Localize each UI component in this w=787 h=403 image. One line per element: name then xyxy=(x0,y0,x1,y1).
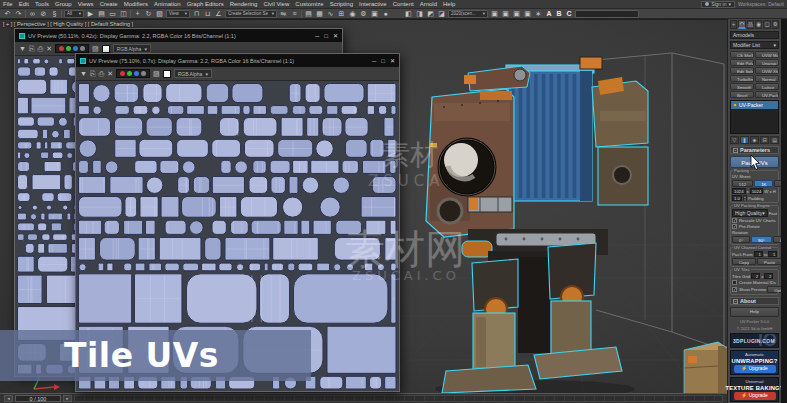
teapot-icon-4[interactable]: ▣ xyxy=(523,10,532,18)
rotation-0deg[interactable]: 0° xyxy=(732,236,750,243)
channel-dropdown[interactable]: RGB Alpha▾ xyxy=(113,44,151,53)
object-name-field[interactable]: Armodels xyxy=(730,31,779,39)
stack-item-uv-packer[interactable]: UV-Packer xyxy=(731,101,778,109)
reference-coordinate-dropdown[interactable]: View▾ xyxy=(166,10,190,18)
modify-tab[interactable]: ◠ xyxy=(738,20,745,29)
menu-help[interactable]: Help xyxy=(440,1,458,7)
copy-image-icon[interactable]: ⎘ xyxy=(29,45,35,53)
undo-icon[interactable]: ↶ xyxy=(3,10,12,18)
time-slider[interactable]: ◄ 0 / 100 ► xyxy=(0,393,727,403)
menu-rendering[interactable]: Rendering xyxy=(227,1,261,7)
curve-editor-icon[interactable]: ∿ xyxy=(326,10,335,18)
menu-animation[interactable]: Animation xyxy=(151,1,184,7)
robot-model[interactable] xyxy=(410,51,660,393)
rotation-90deg[interactable]: 90° xyxy=(751,236,772,243)
mono-channel-icon[interactable] xyxy=(141,71,146,76)
show-end-result-icon[interactable]: ∥ xyxy=(740,136,749,144)
tiles-x-field[interactable]: 2 xyxy=(751,273,760,279)
menu-edit[interactable]: Edit xyxy=(16,1,32,7)
background-color-swatch[interactable] xyxy=(102,45,110,53)
menu-customize[interactable]: Customize xyxy=(292,1,326,7)
sheet-preset-1k[interactable]: 1K xyxy=(754,180,773,187)
sign-in-button[interactable]: Sign in ▾ xyxy=(701,1,735,8)
teapot-icon-3[interactable]: ▣ xyxy=(512,10,521,18)
letter-a-icon[interactable]: A xyxy=(545,10,553,17)
engine-dropdown[interactable]: High Quality▾ xyxy=(732,209,768,217)
clear-image-icon[interactable]: ✕ xyxy=(46,45,52,53)
window-titlebar[interactable]: UV Preview (50.11%, 0.42x): Display Gamm… xyxy=(15,29,342,42)
letter-c-icon[interactable]: C xyxy=(565,10,573,17)
render-setup-icon[interactable]: ⚙ xyxy=(359,10,368,18)
pack-to-field[interactable]: 1 xyxy=(768,251,777,257)
frame-indicator[interactable]: 0 / 100 xyxy=(15,395,61,402)
modifier-button-uv-packer[interactable]: UV-Packer xyxy=(755,91,779,98)
select-and-scale-icon[interactable]: ▧ xyxy=(155,10,164,18)
menu-modifiers[interactable]: Modifiers xyxy=(121,1,151,7)
track-bar[interactable] xyxy=(74,395,723,402)
green-channel-icon[interactable] xyxy=(66,46,71,51)
maximize-icon[interactable]: □ xyxy=(381,58,385,64)
modifier-button-smooth[interactable]: Smooth xyxy=(730,83,754,90)
align-icon[interactable]: ≡ xyxy=(290,10,299,18)
unwrapping-ad[interactable]: Automatic UNWRAPPING? ⚡ Upgrade xyxy=(730,350,779,375)
modifier-button-turbosmooth[interactable]: TurboSmooth xyxy=(730,75,754,82)
snaps-toggle-icon[interactable]: ⊓ xyxy=(192,10,201,18)
pre-rotate-checkbox[interactable]: ✓Pre-Rotate xyxy=(732,224,777,229)
select-by-name-icon[interactable]: ▤ xyxy=(97,10,106,18)
modifier-button-bevel[interactable]: Bevel xyxy=(730,91,754,98)
zoom-view-icon[interactable]: ◨ xyxy=(415,10,424,18)
viewport-label[interactable]: [ + ] [ Perspective ] [ High Quality ] [… xyxy=(3,21,133,27)
plugin-site-banner[interactable]: IO 3DPLUGIN.COM xyxy=(730,333,779,348)
scene-explorer-icon[interactable]: ▤ xyxy=(304,10,313,18)
select-and-move-icon[interactable]: + xyxy=(133,10,142,18)
save-image-icon[interactable]: ▼ xyxy=(80,70,87,78)
sheet-height-field[interactable]: 1024 xyxy=(750,188,764,194)
rendered-frame-icon[interactable]: ▣ xyxy=(370,10,379,18)
menu-arnold[interactable]: Arnold xyxy=(417,1,440,7)
menu-group[interactable]: Group xyxy=(52,1,75,7)
alpha-channel-icon[interactable]: ▨ xyxy=(153,70,160,78)
modifier-list-dropdown[interactable]: Modifier List▾ xyxy=(730,41,779,49)
menu-civil-view[interactable]: Civil View xyxy=(260,1,292,7)
modifier-button-edit-poly[interactable]: Edit Poly xyxy=(730,59,754,66)
close-icon[interactable]: ✕ xyxy=(390,58,395,64)
menu-views[interactable]: Views xyxy=(75,1,97,7)
create-material-ids-checkbox[interactable]: Create Material IDs xyxy=(732,280,777,285)
modifier-stack[interactable]: UV-Packer xyxy=(730,100,779,134)
percent-snap-icon[interactable]: ∠ xyxy=(214,10,223,18)
modifier-enabled-icon[interactable] xyxy=(733,103,737,107)
menu-file[interactable]: File xyxy=(0,1,16,7)
bind-to-space-warp-icon[interactable]: § xyxy=(50,10,59,18)
maximize-icon[interactable]: □ xyxy=(324,33,328,39)
hierarchy-tab[interactable]: 品 xyxy=(747,20,755,29)
window-crossing-icon[interactable]: ◫ xyxy=(119,10,128,18)
minimize-icon[interactable]: ─ xyxy=(372,58,376,64)
modifier-button-cs-shell[interactable]: CS Shell xyxy=(730,51,754,58)
menu-graph-editors[interactable]: Graph Editors xyxy=(184,1,227,7)
upgrade-button-unwrapping[interactable]: ⚡ Upgrade xyxy=(734,365,776,373)
red-channel-icon[interactable] xyxy=(120,71,125,76)
texture-baking-ad[interactable]: Universal TEXTURE BAKING? ⚡ Upgrade xyxy=(730,377,779,402)
teapot-icon-1[interactable]: ▣ xyxy=(490,10,499,18)
sheet-preset-512[interactable]: 512 xyxy=(732,180,753,187)
schematic-view-icon[interactable]: ⊞ xyxy=(337,10,346,18)
paste-button[interactable]: Paste xyxy=(757,258,782,265)
mirror-icon[interactable]: ⇋ xyxy=(279,10,288,18)
select-object-icon[interactable]: ▶ xyxy=(86,10,95,18)
copy-image-icon[interactable]: ⎘ xyxy=(90,70,96,78)
render-production-icon[interactable]: ● xyxy=(381,10,390,18)
red-channel-icon[interactable] xyxy=(59,46,64,51)
parameters-rollout-header[interactable]: − Parameters xyxy=(730,146,779,154)
pin-stack-icon[interactable]: ▽ xyxy=(730,136,739,144)
display-tab[interactable]: ▢ xyxy=(763,20,770,29)
copy-button[interactable]: Copy xyxy=(732,258,756,265)
modifier-button-lattice[interactable]: Lattice xyxy=(755,83,779,90)
unlink-selection-icon[interactable]: ⊘ xyxy=(39,10,48,18)
utilities-tab[interactable]: ⚙ xyxy=(772,20,779,29)
material-editor-icon[interactable]: ◉ xyxy=(348,10,357,18)
mono-channel-icon[interactable] xyxy=(80,46,85,51)
minimize-icon[interactable]: ─ xyxy=(315,33,319,39)
category-dropdown[interactable]: 2020(scen...▾ xyxy=(448,10,488,18)
show-preview-checkbox[interactable]: ✓Show Preview xyxy=(732,287,766,292)
pack-from-field[interactable]: 1 xyxy=(754,251,763,257)
